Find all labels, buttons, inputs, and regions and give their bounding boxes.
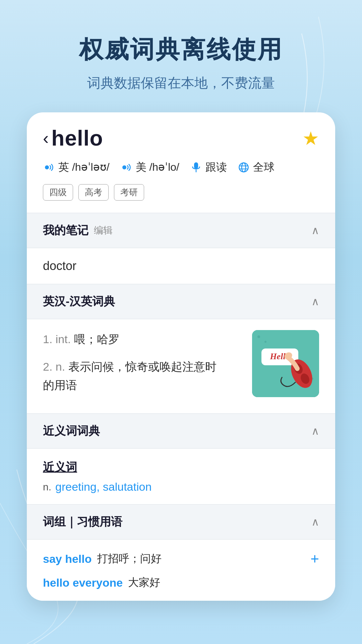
svg-point-10 (264, 341, 266, 343)
svg-point-9 (257, 335, 260, 338)
svg-point-5 (242, 163, 246, 172)
dict-chevron-icon: ∧ (311, 295, 319, 308)
svg-point-4 (239, 163, 248, 172)
dict-def-1: 1. int. 喂；哈罗 (43, 333, 120, 345)
tag-cet4: 四级 (43, 184, 73, 201)
notes-title-group: 我的笔记 编辑 (43, 223, 113, 238)
phrase-en-2[interactable]: hello everyone (43, 576, 123, 589)
dict-title: 英汉-汉英词典 (43, 294, 115, 309)
globe-icon (238, 161, 250, 173)
tag-kaoyan: 考研 (114, 184, 144, 201)
global-button[interactable]: 全球 (238, 160, 275, 175)
favorite-star-icon[interactable]: ★ (302, 127, 319, 149)
syn-words[interactable]: greeting, salutation (55, 480, 152, 493)
phrase-en-1[interactable]: say hello (43, 552, 92, 566)
notes-chevron-icon: ∧ (311, 224, 319, 237)
svg-point-1 (122, 165, 126, 169)
svg-point-0 (45, 165, 49, 169)
hello-svg: Hello (252, 330, 319, 397)
syn-section-header[interactable]: 近义词词典 ∧ (27, 414, 335, 448)
british-sound-icon[interactable] (43, 161, 55, 173)
phrase-text-group-2: hello everyone 大家好 (43, 575, 319, 590)
dict-content: 1. int. 喂；哈罗 2. n. 表示问候，惊奇或唤起注意时的用语 (27, 319, 335, 413)
syn-row: n. greeting, salutation (43, 480, 319, 493)
dictionary-card: ‹ hello ★ 英 /həˈləʊ/ (27, 112, 335, 601)
subline: 词典数据保留在本地，不费流量 (79, 74, 283, 92)
notes-edit-button[interactable]: 编辑 (94, 224, 113, 237)
tag-gaokao: 高考 (78, 184, 109, 201)
word-title-row: ‹ hello ★ (43, 126, 319, 151)
phrase-section-header[interactable]: 词组｜习惯用语 ∧ (27, 505, 335, 539)
global-label: 全球 (253, 160, 275, 175)
mic-icon (190, 161, 202, 173)
american-sound-icon[interactable] (120, 161, 132, 173)
hello-illustration: Hello (252, 330, 319, 397)
notes-title: 我的笔记 (43, 223, 88, 238)
top-header: 权威词典离线使用 词典数据保留在本地，不费流量 (59, 34, 303, 92)
notes-section-header[interactable]: 我的笔记 编辑 ∧ (27, 213, 335, 248)
syn-chevron-icon: ∧ (311, 425, 319, 437)
dict-item-2: 2. n. 表示问候，惊奇或唤起注意时的用语 (43, 358, 244, 394)
phrase-cn-1: 打招呼；问好 (97, 551, 162, 566)
british-phonetic[interactable]: 英 /həˈləʊ/ (43, 160, 110, 175)
dict-section-header[interactable]: 英汉-汉英词典 ∧ (27, 284, 335, 319)
svg-rect-2 (194, 162, 198, 169)
dict-definitions: 1. int. 喂；哈罗 2. n. 表示问候，惊奇或唤起注意时的用语 (43, 330, 244, 397)
british-phonetic-text: 英 /həˈləʊ/ (58, 160, 110, 175)
phrase-item-1: say hello 打招呼；问好 + (43, 550, 319, 567)
headline: 权威词典离线使用 (79, 34, 283, 66)
notes-text: doctor (43, 259, 76, 273)
phonetics-row: 英 /həˈləʊ/ 美 /həˈlo/ (43, 160, 319, 175)
phrase-cn-2: 大家好 (128, 575, 160, 590)
syn-content: 近义词 n. greeting, salutation (27, 449, 335, 504)
phrase-chevron-icon: ∧ (311, 516, 319, 528)
back-chevron-icon[interactable]: ‹ (43, 129, 49, 147)
tags-row: 四级 高考 考研 (43, 184, 319, 201)
notes-content: doctor (27, 248, 335, 284)
phrase-content: say hello 打招呼；问好 + hello everyone 大家好 (27, 540, 335, 601)
phrase-text-group-1: say hello 打招呼；问好 (43, 551, 310, 566)
dict-def-2: 2. n. 表示问候，惊奇或唤起注意时的用语 (43, 360, 217, 391)
word-header: ‹ hello ★ 英 /həˈləʊ/ (27, 112, 335, 213)
phrase-item-2: hello everyone 大家好 (43, 575, 319, 590)
word-back[interactable]: ‹ hello (43, 126, 103, 151)
phrase-title: 词组｜习惯用语 (43, 514, 122, 530)
syn-title: 近义词词典 (43, 423, 100, 439)
syn-pos: n. (43, 481, 51, 493)
word-display: hello (51, 126, 103, 151)
follow-read-label: 跟读 (205, 160, 227, 175)
syn-label: 近义词 (43, 460, 319, 475)
american-phonetic-text: 美 /həˈlo/ (136, 160, 179, 175)
american-phonetic[interactable]: 美 /həˈlo/ (120, 160, 179, 175)
dict-item-1: 1. int. 喂；哈罗 (43, 330, 244, 348)
phrase-add-1[interactable]: + (310, 550, 319, 567)
follow-read-button[interactable]: 跟读 (190, 160, 227, 175)
